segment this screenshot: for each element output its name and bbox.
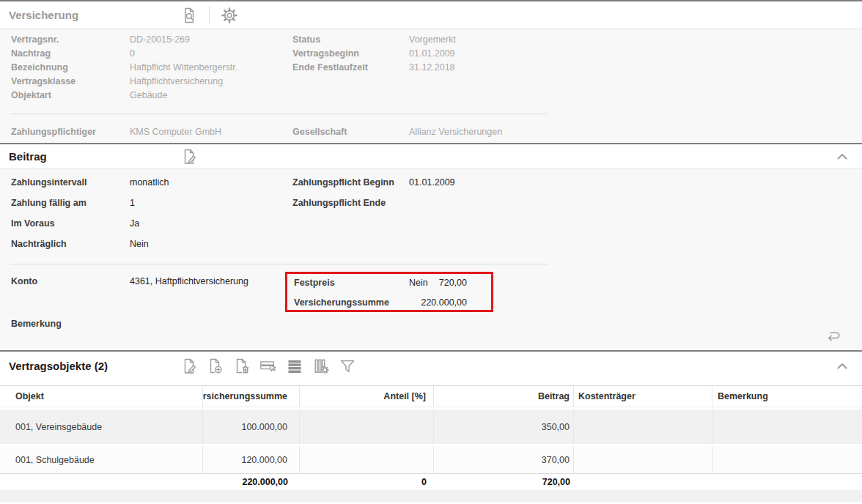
versicherung-toolbar (180, 6, 239, 25)
preview-icon[interactable] (180, 6, 199, 25)
field-label: Zahlungspflicht Ende (292, 198, 386, 208)
column-header: Versicherungssumme (203, 386, 300, 407)
add-icon[interactable] (206, 357, 225, 376)
field-value: 0 (130, 48, 135, 59)
field-value: Vorgemerkt (409, 34, 456, 45)
table-row[interactable]: 001, Vereinsgebäude 100.000,00 350,00 (0, 410, 862, 444)
total-spacer (712, 474, 862, 490)
column-settings-icon[interactable] (312, 357, 331, 376)
field-value: 220.000,00 (421, 297, 467, 308)
field-value: Nein (130, 239, 149, 249)
field-value: KMS Computer GmbH (130, 127, 221, 137)
section-beitrag: Beitrag Zahlungsintervall monatlich Zahl… (0, 143, 862, 350)
field-row: Bezeichnung Haftpflicht Wittenbergerstr.… (0, 62, 862, 76)
field-row: Bemerkung (0, 319, 862, 333)
field-row: Zahlungsintervall monatlich Zahlungspfli… (0, 177, 862, 198)
column-header: Kostenträger (574, 386, 712, 407)
collapse-icon[interactable] (833, 147, 852, 166)
field-row: Vertragsklasse Haftpflichtversicherung (0, 76, 862, 90)
field-value: 720,00 (439, 278, 467, 288)
beitrag-header: Beitrag (0, 144, 862, 169)
cell-objekt: 001, Schulgebäude (0, 446, 203, 473)
field-row: Zahlungspflichtiger KMS Computer GmbH Ge… (0, 127, 862, 141)
field-label: Ende Festlaufzeit (292, 62, 368, 73)
bottom-strip (0, 490, 862, 502)
return-icon[interactable] (823, 326, 842, 345)
cell-anteil (300, 410, 434, 444)
field-label: Gesellschaft (292, 127, 347, 137)
section-title-versicherung: Versicherung (9, 9, 180, 21)
field-label: Zahlungsintervall (11, 177, 87, 188)
vertragsobjekte-header: Vertragsobjekte (2) (0, 352, 862, 380)
beitrag-body: Zahlungsintervall monatlich Zahlungspfli… (0, 169, 862, 350)
field-row: Im Voraus Ja (0, 218, 862, 239)
versicherung-header: Versicherung (0, 1, 862, 29)
cell-versicherungssumme: 100.000,00 (203, 410, 300, 444)
column-header: Beitrag (434, 386, 574, 407)
field-value: 1 (130, 198, 135, 208)
field-label: Festpreis (294, 278, 335, 288)
edit-icon[interactable] (180, 147, 199, 166)
cell-versicherungssumme: 120.000,00 (203, 446, 300, 473)
divider (10, 114, 548, 114)
field-label: Zahlung fällig am (11, 198, 86, 208)
field-label: Vertragsnr. (11, 34, 59, 45)
field-value: 01.01.2009 (409, 177, 455, 188)
column-header: Anteil [%] (300, 386, 434, 407)
beitrag-toolbar (180, 147, 199, 166)
column-header: Objekt (0, 386, 203, 407)
field-value: 01.01.2009 (409, 48, 455, 59)
field-label: Im Voraus (11, 218, 55, 229)
field-row: Vertragsnr. DD-20015-269 Status Vorgemer… (0, 34, 862, 48)
cell-kostentraeger (574, 410, 712, 444)
section-title-beitrag: Beitrag (9, 150, 180, 163)
select-icon[interactable] (259, 357, 278, 376)
vertragsobjekte-toolbar (180, 357, 357, 376)
table-header-row: Objekt Versicherungssumme Anteil [%] Bei… (0, 385, 862, 407)
section-title-vertragsobjekte: Vertragsobjekte (2) (9, 360, 180, 372)
table-row[interactable]: 001, Schulgebäude 120.000,00 370,00 (0, 446, 862, 474)
field-label: Nachträglich (11, 239, 67, 249)
section-vertragsobjekte: Vertragsobjekte (2) (0, 350, 862, 502)
field-label: Vertragsklasse (11, 76, 75, 86)
field-value: 31.12.2018 (409, 62, 455, 73)
versicherung-body: Vertragsnr. DD-20015-269 Status Vorgemer… (0, 29, 862, 143)
edit-icon[interactable] (180, 357, 199, 376)
festpreis-row: Festpreis Nein 720,00 (287, 278, 491, 292)
field-label: Nachtrag (11, 48, 51, 59)
field-value: monatlich (130, 177, 169, 188)
filter-icon[interactable] (338, 357, 357, 376)
total-anteil: 0 (300, 474, 434, 490)
field-row: Nachträglich Nein (0, 239, 862, 259)
rows-icon[interactable] (285, 357, 304, 376)
collapse-icon[interactable] (833, 357, 852, 376)
total-beitrag: 720,00 (434, 474, 574, 490)
field-row: Objektart Gebäude (0, 90, 862, 104)
field-value: Nein (409, 278, 428, 288)
toolbar-divider (209, 7, 210, 24)
cell-bemerkung (712, 410, 862, 444)
field-label: Status (292, 34, 320, 45)
total-versicherungssumme: 220.000,00 (203, 474, 300, 490)
total-spacer (0, 474, 203, 490)
highlight-box: Festpreis Nein 720,00 Versicherungssumme… (285, 272, 493, 312)
divider (10, 264, 548, 264)
vertragsobjekte-table: Objekt Versicherungssumme Anteil [%] Bei… (0, 385, 862, 502)
settings-icon[interactable] (220, 6, 239, 25)
field-label: Objektart (11, 90, 51, 100)
field-label: Bezeichnung (11, 62, 68, 73)
delete-icon[interactable] (232, 357, 251, 376)
total-spacer (574, 474, 712, 490)
cell-bemerkung (712, 446, 862, 473)
field-value: Allianz Versicherungen (409, 127, 502, 137)
field-value: Gebäude (130, 90, 167, 100)
field-label: Vertragsbeginn (292, 48, 359, 59)
field-value: 4361, Haftpflichtversicherung (130, 276, 248, 286)
table-total-row: 220.000,00 0 720,00 (0, 474, 862, 490)
cell-objekt: 001, Vereinsgebäude (0, 410, 203, 444)
field-label: Konto (11, 276, 37, 286)
field-row: Nachtrag 0 Vertragsbeginn 01.01.2009 (0, 48, 862, 62)
cell-anteil (300, 446, 434, 473)
field-label: Versicherungssumme (294, 297, 389, 308)
cell-beitrag: 350,00 (434, 410, 574, 444)
